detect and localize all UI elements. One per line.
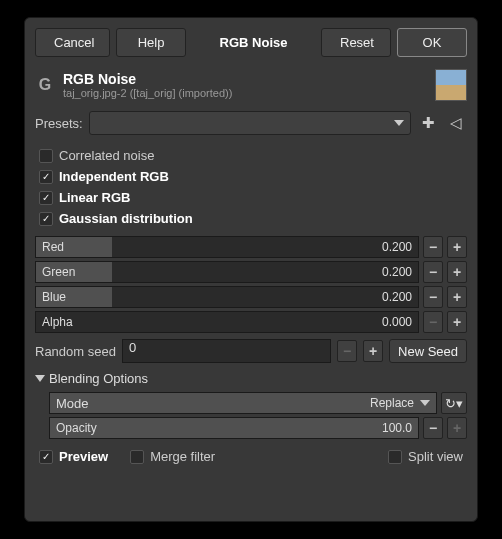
seed-increment[interactable]: +: [363, 340, 383, 362]
ok-button[interactable]: OK: [397, 28, 467, 57]
chevron-down-icon: [394, 120, 404, 126]
blending-options-label: Blending Options: [49, 371, 148, 386]
blue-value: 0.200: [382, 290, 418, 304]
correlated-noise-checkbox[interactable]: [39, 149, 53, 163]
opacity-increment[interactable]: +: [447, 417, 467, 439]
help-button[interactable]: Help: [116, 28, 186, 57]
dialog-header: G RGB Noise taj_orig.jpg-2 ([taj_orig] (…: [35, 69, 467, 101]
rgb-noise-dialog: Cancel Help RGB Noise Reset OK G RGB Noi…: [24, 17, 478, 522]
green-value: 0.200: [382, 265, 418, 279]
alpha-decrement[interactable]: −: [423, 311, 443, 333]
green-slider[interactable]: Green0.200: [35, 261, 419, 283]
image-subtitle: taj_orig.jpg-2 ([taj_orig] (imported)): [63, 87, 427, 99]
mode-reset-button[interactable]: ↻▾: [441, 392, 467, 414]
linear-rgb-checkbox[interactable]: [39, 191, 53, 205]
random-seed-label: Random seed: [35, 344, 116, 359]
green-increment[interactable]: +: [447, 261, 467, 283]
opacity-value: 100.0: [382, 421, 418, 435]
independent-rgb-checkbox[interactable]: [39, 170, 53, 184]
red-value: 0.200: [382, 240, 418, 254]
gaussian-label: Gaussian distribution: [59, 211, 193, 226]
preview-label: Preview: [59, 449, 108, 464]
red-decrement[interactable]: −: [423, 236, 443, 258]
alpha-increment[interactable]: +: [447, 311, 467, 333]
green-decrement[interactable]: −: [423, 261, 443, 283]
blending-options-expander[interactable]: Blending Options: [35, 371, 467, 386]
mode-combo[interactable]: Mode Replace: [49, 392, 437, 414]
alpha-value: 0.000: [382, 315, 418, 329]
presets-combo[interactable]: [89, 111, 411, 135]
preview-checkbox[interactable]: [39, 450, 53, 464]
mode-label: Mode: [56, 396, 89, 411]
split-view-checkbox[interactable]: [388, 450, 402, 464]
button-bar: Cancel Help RGB Noise Reset OK: [35, 28, 467, 57]
correlated-noise-label: Correlated noise: [59, 148, 154, 163]
filter-title: RGB Noise: [63, 71, 427, 87]
opacity-decrement[interactable]: −: [423, 417, 443, 439]
independent-rgb-label: Independent RGB: [59, 169, 169, 184]
alpha-slider[interactable]: Alpha0.000: [35, 311, 419, 333]
opacity-slider[interactable]: Opacity 100.0: [49, 417, 419, 439]
mode-value: Replace: [370, 396, 414, 410]
presets-label: Presets:: [35, 116, 83, 131]
presets-row: Presets: ✚ ◁: [35, 111, 467, 135]
image-thumbnail: [435, 69, 467, 101]
red-slider[interactable]: Red0.200: [35, 236, 419, 258]
seed-decrement[interactable]: −: [337, 340, 357, 362]
gegl-icon: G: [35, 75, 55, 95]
split-view-label: Split view: [408, 449, 463, 464]
linear-rgb-label: Linear RGB: [59, 190, 131, 205]
manage-presets-icon[interactable]: ◁: [445, 112, 467, 134]
blue-increment[interactable]: +: [447, 286, 467, 308]
new-seed-button[interactable]: New Seed: [389, 339, 467, 363]
random-seed-input[interactable]: 0: [122, 339, 331, 363]
red-increment[interactable]: +: [447, 236, 467, 258]
expander-triangle-icon: [35, 375, 45, 382]
dialog-title-label: RGB Noise: [192, 35, 315, 50]
merge-filter-checkbox[interactable]: [130, 450, 144, 464]
merge-filter-label: Merge filter: [150, 449, 215, 464]
blue-slider[interactable]: Blue0.200: [35, 286, 419, 308]
chevron-down-icon: [420, 400, 430, 406]
cancel-button[interactable]: Cancel: [35, 28, 110, 57]
gaussian-checkbox[interactable]: [39, 212, 53, 226]
add-preset-icon[interactable]: ✚: [417, 112, 439, 134]
reset-button[interactable]: Reset: [321, 28, 391, 57]
blue-decrement[interactable]: −: [423, 286, 443, 308]
